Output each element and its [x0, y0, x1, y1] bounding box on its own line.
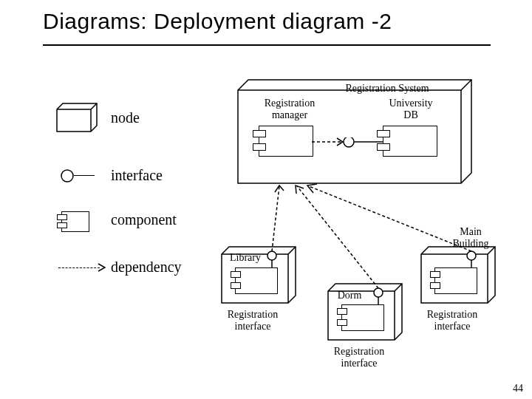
legend-interface-line-icon	[74, 175, 95, 176]
legend-node-icon	[57, 103, 91, 132]
label-registration-manager: Registrationmanager	[253, 98, 327, 121]
svg-point-1	[61, 170, 73, 182]
page-number: 44	[513, 383, 523, 395]
label-university-db: UniversityDB	[375, 98, 446, 121]
legend-dependency-label: dependency	[111, 259, 182, 276]
svg-point-4	[344, 137, 354, 147]
legend-interface-label: interface	[111, 167, 163, 184]
slide-root: Diagrams: Deployment diagram -2 node int…	[0, 0, 532, 399]
page-title: Diagrams: Deployment diagram -2	[43, 9, 392, 34]
legend-component-label: component	[111, 211, 177, 228]
legend-dependency-arrow-icon	[97, 262, 107, 273]
legend-dependency-icon	[58, 267, 100, 268]
label-dorm-reg-intf: Registrationinterface	[324, 346, 395, 369]
connector-regmgr-univdb	[312, 137, 386, 149]
title-underline	[43, 44, 491, 46]
legend-node-label: node	[111, 109, 140, 126]
svg-line-14	[297, 186, 378, 288]
label-main-reg-intf: Registrationinterface	[417, 309, 488, 332]
node-registration-system-title: Registration System	[328, 83, 446, 95]
label-library-reg-intf: Registrationinterface	[217, 309, 288, 332]
legend-interface-icon	[60, 168, 75, 183]
